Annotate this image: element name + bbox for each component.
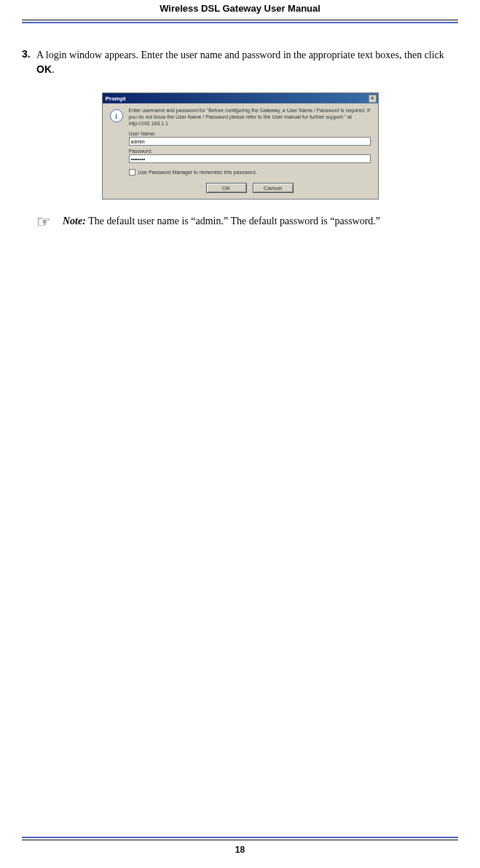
header-rule-thin: [22, 20, 458, 20]
dialog-titlebar: Prompt ×: [103, 93, 378, 103]
step-ok-word: OK: [36, 63, 52, 75]
password-label: Password:: [129, 149, 371, 154]
info-icon: i: [110, 109, 123, 122]
remember-password-label: Use Password Manager to remember this pa…: [138, 170, 257, 175]
note-body: The default user name is “admin.” The de…: [86, 216, 380, 226]
cancel-button[interactable]: Cancel: [253, 183, 294, 193]
note: ☞ Note: The default user name is “admin.…: [36, 214, 458, 230]
step-text-b: .: [52, 64, 55, 75]
footer-rule-thick: [22, 837, 458, 838]
remember-password-row: Use Password Manager to remember this pa…: [129, 169, 371, 175]
note-label: Note:: [63, 216, 86, 226]
footer-rule-thin: [22, 840, 458, 840]
password-input[interactable]: [129, 154, 371, 163]
page-footer: 18: [0, 837, 480, 855]
step-3: 3. A login window appears. Enter the use…: [22, 48, 458, 76]
header-rule-thick: [22, 22, 458, 23]
login-prompt-dialog: Prompt × i Enter username and password f…: [102, 92, 379, 200]
close-icon: ×: [371, 95, 374, 101]
page-header: Wireless DSL Gateway User Manual: [0, 0, 480, 14]
dialog-message: Enter username and password for "Before …: [129, 108, 371, 127]
username-label: User Name:: [129, 131, 371, 136]
header-title: Wireless DSL Gateway User Manual: [0, 3, 480, 14]
step-text: A login window appears. Enter the user n…: [36, 48, 458, 76]
username-input[interactable]: [129, 137, 371, 146]
ok-button[interactable]: OK: [206, 183, 247, 193]
remember-password-checkbox[interactable]: [129, 169, 135, 175]
close-button[interactable]: ×: [369, 95, 377, 103]
page-number: 18: [0, 845, 480, 855]
dialog-title: Prompt: [106, 95, 126, 102]
step-text-a: A login window appears. Enter the user n…: [36, 50, 444, 60]
note-text: Note: The default user name is “admin.” …: [63, 214, 380, 230]
pointing-hand-icon: ☞: [36, 214, 63, 230]
